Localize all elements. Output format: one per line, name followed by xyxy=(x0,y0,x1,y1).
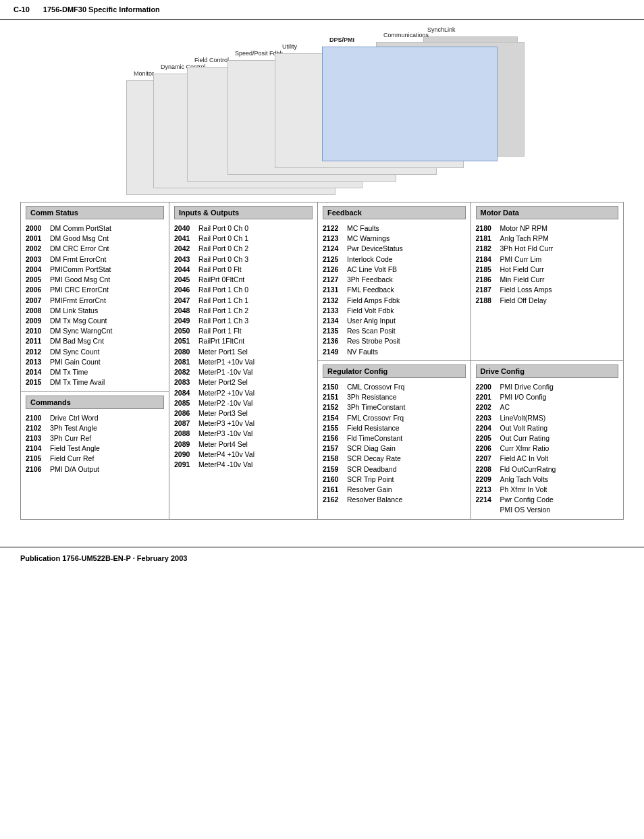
item-number: 2082 xyxy=(174,367,196,377)
item-number: 2014 xyxy=(26,367,47,377)
table-row: 2013PMI Gain Count xyxy=(26,357,164,367)
table-row: 2040Rail Port 0 Ch 0 xyxy=(174,223,313,234)
table-row: 2155Field Resistance xyxy=(323,423,466,433)
item-label: MC Warnings xyxy=(347,234,466,244)
item-number: 2005 xyxy=(26,275,47,285)
table-row: 2091MeterP4 -10v Val xyxy=(174,460,313,470)
monitor-label: Monitor xyxy=(134,70,154,77)
item-number: 2209 xyxy=(476,475,498,485)
item-number: 2135 xyxy=(323,326,344,336)
table-row: 2090MeterP4 +10v Val xyxy=(174,450,313,460)
item-number: 2013 xyxy=(26,357,47,367)
item-number: 2149 xyxy=(323,347,344,357)
item-label: Drive Ctrl Word xyxy=(50,413,164,423)
item-label: Field Volt Fdbk xyxy=(347,306,466,316)
item-number: 2124 xyxy=(323,244,344,254)
item-number: 2154 xyxy=(323,413,344,423)
item-number: 2045 xyxy=(174,275,196,285)
table-row: PMI OS Version xyxy=(476,505,619,515)
table-row: 21033Ph Curr Ref xyxy=(26,433,164,443)
page-title: 1756-DMF30 Specific Information xyxy=(43,5,160,13)
item-number: 2003 xyxy=(26,254,47,265)
table-row: 2106PMI D/A Output xyxy=(26,464,164,475)
item-label: DM Sync Count xyxy=(50,347,164,357)
item-label: MC Faults xyxy=(347,223,466,234)
item-label: FML Crossovr Frq xyxy=(347,413,466,423)
item-label: Anlg Tach Volts xyxy=(500,475,619,485)
table-row: 2015DM Tx Time Avail xyxy=(26,377,164,387)
item-number: 2187 xyxy=(476,285,498,295)
table-row: 2149NV Faults xyxy=(323,347,466,357)
dps-pmi-card[interactable]: DPS/PMI xyxy=(322,47,498,161)
item-label: AC Line Volt FB xyxy=(347,265,466,275)
item-label: PMI Curr Lim xyxy=(500,254,619,265)
item-label: PMI CRC ErrorCnt xyxy=(50,285,164,295)
table-row: 2046Rail Port 1 Ch 0 xyxy=(174,285,313,295)
item-label: Meter Port2 Sel xyxy=(198,377,313,387)
table-row: 21273Ph Feedback xyxy=(323,275,466,285)
item-number: 2048 xyxy=(174,306,196,316)
item-label: PMI Good Msg Cnt xyxy=(50,275,164,285)
item-label: Anlg Tach RPM xyxy=(500,234,619,244)
item-label: Meter Port3 Sel xyxy=(198,408,313,418)
item-label: 3Ph TimeConstant xyxy=(347,402,466,412)
table-row: 2135Res Scan Posit xyxy=(323,326,466,336)
table-row: 2206Curr Xfmr Ratio xyxy=(476,443,619,454)
table-row: 2188Field Off Delay xyxy=(476,296,619,306)
item-number: 2156 xyxy=(323,433,344,443)
item-number: 2015 xyxy=(26,377,47,387)
item-label: PMI Gain Count xyxy=(50,357,164,367)
item-number: 2046 xyxy=(174,285,196,295)
item-label: PMI OS Version xyxy=(500,505,619,515)
item-label: Rail Port 0 Ch 0 xyxy=(198,223,313,234)
table-row: 2125Interlock Code xyxy=(323,254,466,265)
item-label: PMI Drive Config xyxy=(500,382,619,392)
item-number: 2000 xyxy=(26,223,47,234)
comm-status-header: Comm Status xyxy=(26,206,164,219)
table-row: 2181Anlg Tach RPM xyxy=(476,234,619,244)
item-number: 2123 xyxy=(323,234,344,244)
item-label: 3Ph Resistance xyxy=(347,392,466,402)
right-section: Feedback 2122MC Faults2123MC Warnings212… xyxy=(318,202,623,519)
motor-data-panel: Motor Data 2180Motor NP RPM2181Anlg Tach… xyxy=(471,202,624,360)
item-label: 3Ph Curr Ref xyxy=(50,433,164,443)
item-number: 2185 xyxy=(476,265,498,275)
item-number: 2088 xyxy=(174,429,196,439)
item-label: Pwr Config Code xyxy=(500,495,619,505)
item-label: DM Tx Time Avail xyxy=(50,377,164,387)
bottom-section: Comm Status 2000DM Comm PortStat2001DM G… xyxy=(20,202,624,520)
item-label: Out Curr Rating xyxy=(500,433,619,443)
table-row: 2011DM Bad Msg Cnt xyxy=(26,336,164,346)
item-number: 2008 xyxy=(26,306,47,316)
item-number: 2004 xyxy=(26,265,47,275)
item-number: 2007 xyxy=(26,296,47,306)
item-number: 2205 xyxy=(476,433,498,443)
page-footer: Publication 1756-UM522B-EN-P · February … xyxy=(0,547,644,569)
item-number: 2131 xyxy=(323,285,344,295)
item-number: 2106 xyxy=(26,464,47,475)
table-row: 2208Fld OutCurrRatng xyxy=(476,464,619,475)
page-header: C-10 1756-DMF30 Specific Information xyxy=(0,0,644,20)
item-number: 2047 xyxy=(174,296,196,306)
table-row: 2048Rail Port 1 Ch 2 xyxy=(174,306,313,316)
table-row: 2004PMIComm PortStat xyxy=(26,265,164,275)
item-label: SCR Decay Rate xyxy=(347,454,466,464)
item-label: Rail Port 1 Ch 2 xyxy=(198,306,313,316)
item-number: 2040 xyxy=(174,223,196,234)
communications-label: Communications xyxy=(383,32,429,38)
item-number: 2207 xyxy=(476,454,498,464)
table-row: 2136Res Strobe Posit xyxy=(323,336,466,346)
item-number xyxy=(476,505,498,515)
table-row: 2041Rail Port 0 Ch 1 xyxy=(174,234,313,244)
item-number: 2102 xyxy=(26,423,47,433)
page-content: Monitor Dynamic Control Field Control Sp… xyxy=(0,20,644,533)
table-row: 2051RailPrt 1FltCnt xyxy=(174,336,313,346)
table-row: 2089Meter Port4 Sel xyxy=(174,439,313,450)
table-row: 2184PMI Curr Lim xyxy=(476,254,619,265)
item-label: MeterP4 -10v Val xyxy=(198,460,313,470)
item-label: Motor NP RPM xyxy=(500,223,619,234)
item-number: 2125 xyxy=(323,254,344,265)
table-row: 2042Rail Port 0 Ch 2 xyxy=(174,244,313,254)
utility-label: Utility xyxy=(282,43,297,50)
item-label: DM CRC Error Cnt xyxy=(50,244,164,254)
